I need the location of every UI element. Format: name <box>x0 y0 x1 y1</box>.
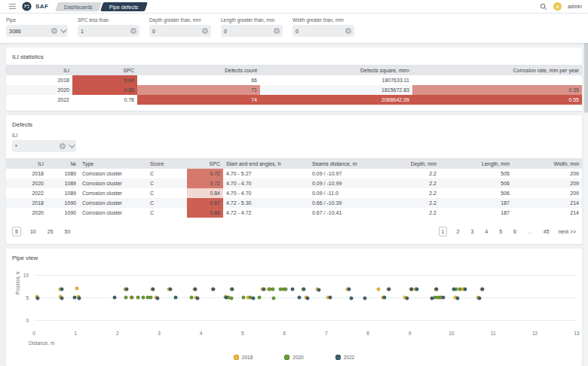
data-point-2022 <box>441 296 445 300</box>
page-45[interactable]: 45 <box>541 227 552 236</box>
clear-icon[interactable]: × <box>202 28 208 34</box>
table-row: 20201090Corrosion clusterC0.664.72 - 4.7… <box>6 208 582 218</box>
cell-spc: 0.64 <box>72 75 137 85</box>
cell-length: 187 <box>439 208 513 218</box>
data-point-2020 <box>283 287 287 291</box>
clear-icon[interactable]: × <box>345 28 351 34</box>
data-point-2022 <box>113 296 117 300</box>
ili-filter-label: ILI <box>6 133 582 140</box>
filter-input[interactable]: 1× <box>78 25 139 37</box>
cell-rate: 0.55 <box>412 95 582 105</box>
page-size-25[interactable]: 25 <box>45 227 56 236</box>
data-point-2022 <box>349 296 353 300</box>
filter-label: Length greater than, mm <box>221 17 283 23</box>
ili-filter-select[interactable]: * × <box>12 140 76 152</box>
cell-angles: 4.72 - 4.72 <box>223 208 309 218</box>
cell-seams: 0.67 / -10.41 <box>309 208 377 218</box>
data-point-2022 <box>383 296 387 300</box>
cell-length: 506 <box>439 178 513 188</box>
filter-pipe: Pipe3086× <box>6 17 68 43</box>
filter-input[interactable]: 0× <box>292 25 354 37</box>
scatter-plot-area: 0510012345678910111213 <box>6 269 582 328</box>
page-size-10[interactable]: 10 <box>28 227 38 236</box>
table-row: 20180.64661807633.11 <box>6 75 582 85</box>
cell-depth: 2.2 <box>377 188 439 198</box>
y-tick-label: 0 <box>9 318 29 323</box>
brand-text: SAF <box>35 3 49 10</box>
next-page-button[interactable]: next >> <box>559 229 576 234</box>
cell-angles: 4.70 - 4.70 <box>223 188 309 198</box>
filter-input[interactable]: 3086× <box>6 25 68 37</box>
saf-logo-icon <box>22 2 32 11</box>
x-axis-label: Distance, m <box>29 340 54 346</box>
legend-item-2020[interactable]: 2020 <box>284 355 303 360</box>
cell-seams: 0.09 / -10.99 <box>309 178 377 188</box>
cell-score: C <box>147 188 187 198</box>
filter-bar: Pipe3086×SPC less than1×Depth greater th… <box>0 14 588 43</box>
page-2[interactable]: 2 <box>454 227 461 236</box>
search-icon[interactable] <box>540 3 547 11</box>
avatar[interactable]: a <box>553 2 562 11</box>
cell-type: Corrosion cluster <box>79 198 147 208</box>
cell-depth: 2.2 <box>377 198 439 208</box>
clear-icon[interactable]: × <box>130 28 136 34</box>
column-header: Length, mm <box>439 158 513 169</box>
page-size-50[interactable]: 50 <box>63 227 73 236</box>
data-point-2022 <box>317 288 320 291</box>
tab-pipe-defects[interactable]: Pipe defects <box>100 2 147 11</box>
legend-label: 2020 <box>292 355 303 360</box>
legend-swatch <box>234 355 239 360</box>
filter-input[interactable]: 0× <box>149 25 211 37</box>
page-1[interactable]: 1 <box>439 227 448 236</box>
legend-item-2018[interactable]: 2018 <box>234 355 253 360</box>
x-tick-label: 9 <box>409 331 412 336</box>
cell-depth: 2.2 <box>377 178 439 188</box>
pipe-view-title: Pipe view <box>6 253 582 266</box>
data-point-2022 <box>152 287 155 291</box>
data-point-2022 <box>60 296 63 300</box>
data-point-2022 <box>193 287 197 291</box>
vertical-scrollbar[interactable] <box>584 14 588 366</box>
page-size-5[interactable]: 5 <box>12 227 21 236</box>
data-point-2022 <box>434 288 438 291</box>
column-header: Type <box>79 158 147 169</box>
clear-icon[interactable]: × <box>60 143 66 149</box>
data-point-2022 <box>452 288 455 291</box>
ili-statistics-table: ILISPCDefects countDefects square, mm²Co… <box>6 65 582 105</box>
x-tick-label: 11 <box>491 331 496 336</box>
clear-icon[interactable]: × <box>51 28 57 34</box>
menu-icon[interactable] <box>9 4 16 10</box>
chevron-down-icon[interactable] <box>60 26 66 32</box>
data-point-2022 <box>77 296 81 300</box>
tab-dashboards[interactable]: Dashboards <box>55 2 102 11</box>
data-point-2020 <box>458 287 461 291</box>
page-6[interactable]: 6 <box>511 227 519 236</box>
top-navigation-bar: SAF Dashboards Pipe defects a admin <box>0 0 588 14</box>
column-header: Depth, mm <box>377 158 439 169</box>
data-point-2022 <box>124 288 128 291</box>
cell-ili: 2022 <box>6 95 72 105</box>
x-tick-label: 7 <box>325 331 328 336</box>
legend-item-2022[interactable]: 2022 <box>335 355 354 360</box>
filter-depth-greater-than-mm: Depth greater than, mm0× <box>149 17 211 43</box>
page-3[interactable]: 3 <box>468 227 476 236</box>
page-5[interactable]: 5 <box>497 227 504 236</box>
data-point-2022 <box>410 287 414 291</box>
page-size-selector: 5102550 <box>12 227 72 236</box>
cell-angles: 4.70 - 5.27 <box>223 169 309 178</box>
clear-icon[interactable]: × <box>274 28 280 34</box>
chevron-down-icon[interactable] <box>69 142 75 148</box>
x-tick-label: 13 <box>574 331 579 336</box>
cell-length: 505 <box>439 169 513 178</box>
filter-input[interactable]: 0× <box>221 25 283 37</box>
cell-type: Corrosion cluster <box>79 178 147 188</box>
cell-no: 1090 <box>47 198 79 208</box>
page-4[interactable]: 4 <box>482 227 490 236</box>
data-point-2022 <box>297 296 301 300</box>
filter-spc-less-than: SPC less than1× <box>78 17 139 43</box>
data-point-2022 <box>305 296 309 300</box>
pipe-view-card: Pipe view Position, h 051001234567891011… <box>6 249 582 366</box>
cell-no: 1089 <box>47 178 79 188</box>
column-header: Corrosion rate, mm per year <box>412 65 582 75</box>
data-point-2020 <box>136 296 140 300</box>
